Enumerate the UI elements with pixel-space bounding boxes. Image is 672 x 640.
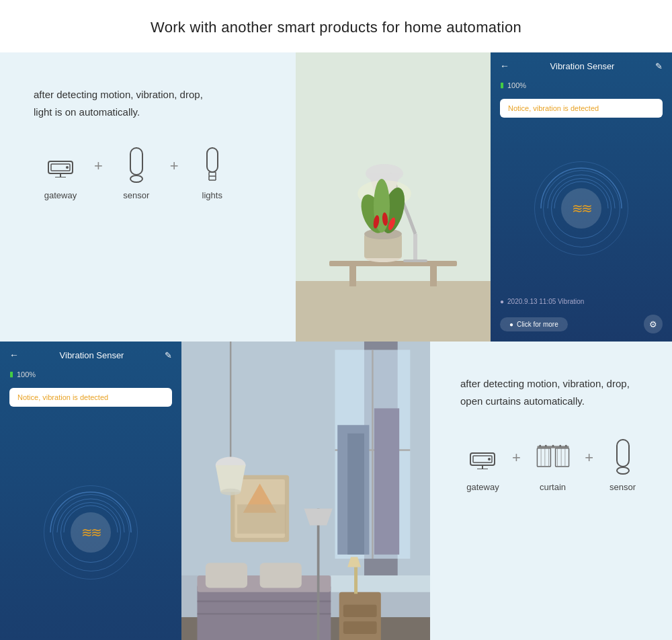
bottom-right-panel: after detecting motion, vibration, drop,… <box>430 342 672 640</box>
svg-point-59 <box>220 489 241 495</box>
plus-4: + <box>585 449 593 467</box>
svg-rect-18 <box>430 266 437 286</box>
top-room-image <box>296 52 491 342</box>
device-sensor: sensor <box>110 145 163 200</box>
battery-row-bottom: ▮ 100% <box>0 366 181 383</box>
alert-box-bottom: Notice, vibration is detected <box>9 388 172 407</box>
svg-point-66 <box>488 458 491 461</box>
curtain-label: curtain <box>540 482 566 492</box>
edit-icon-top[interactable]: ✎ <box>655 61 663 71</box>
bottom-section: ← Vibration Senser ✎ ▮ 100% Notice, vibr… <box>0 342 672 640</box>
battery-text-top: 100% <box>507 81 526 89</box>
svg-rect-17 <box>349 266 356 286</box>
top-description: after detecting motion, vibration, drop,… <box>34 86 269 120</box>
device-lights: lights <box>185 145 239 200</box>
dot-top: ● <box>500 298 504 305</box>
top-device-row: gateway + sensor + <box>34 145 269 200</box>
vibration-icon-bottom: ≋≋ <box>71 512 111 553</box>
app-header-bottom: ← Vibration Senser ✎ <box>0 342 181 366</box>
top-section: after detecting motion, vibration, drop,… <box>0 52 672 342</box>
svg-rect-0 <box>48 161 73 173</box>
svg-rect-14 <box>296 281 491 342</box>
top-right-app: ← Vibration Senser ✎ ▮ 100% Notice, vibr… <box>491 52 672 342</box>
battery-text-bottom: 100% <box>17 370 36 378</box>
svg-rect-16 <box>329 261 457 266</box>
gateway-label: gateway <box>44 190 77 200</box>
app-title-top: Vibration Senser <box>550 61 615 71</box>
plus-1: + <box>94 157 103 175</box>
sensor-icon-bot <box>606 436 640 477</box>
sensor-label-bot: sensor <box>610 482 636 492</box>
wave-circles-top: ≋≋ <box>534 161 628 255</box>
zigzag-top: ≋≋ <box>572 200 591 216</box>
svg-rect-52 <box>354 567 358 594</box>
svg-rect-5 <box>130 148 142 175</box>
lights-icon <box>196 145 229 185</box>
svg-point-76 <box>539 445 541 447</box>
back-icon-bottom[interactable]: ← <box>9 350 19 360</box>
zigzag-bottom: ≋≋ <box>81 524 100 541</box>
svg-rect-45 <box>206 563 247 588</box>
svg-rect-47 <box>197 600 331 602</box>
vibration-visual-top: ≋≋ <box>491 123 672 294</box>
svg-point-82 <box>617 467 629 474</box>
sensor-icon <box>120 145 153 185</box>
curtain-icon <box>536 436 570 477</box>
gear-btn-top[interactable]: ⚙ <box>644 315 663 333</box>
vibration-icon-top: ≋≋ <box>561 188 601 229</box>
battery-row-top: ▮ 100% <box>491 77 672 93</box>
bottom-room-image <box>181 342 430 640</box>
svg-point-6 <box>130 175 142 182</box>
click-more-btn-top[interactable]: ● Click for more <box>500 317 568 331</box>
vibration-visual-bottom: ≋≋ <box>0 412 181 640</box>
plus-2: + <box>170 157 179 175</box>
svg-rect-42 <box>347 434 364 555</box>
bottom-description: after detecting motion, vibration, drop,… <box>460 375 645 409</box>
svg-rect-48 <box>197 613 331 614</box>
svg-point-4 <box>66 166 69 169</box>
wave-circles-bottom: ≋≋ <box>44 485 138 579</box>
circle-icon-top: ● <box>509 321 513 328</box>
device-gateway-bot: gateway <box>460 436 505 492</box>
svg-rect-51 <box>343 621 377 634</box>
gateway-label-bot: gateway <box>466 482 499 492</box>
svg-point-79 <box>559 445 561 447</box>
app-title-bottom: Vibration Senser <box>60 350 124 360</box>
svg-point-80 <box>564 445 566 447</box>
back-icon-top[interactable]: ← <box>500 61 509 71</box>
device-curtain: curtain <box>528 436 578 492</box>
gateway-icon-bot <box>466 436 499 477</box>
svg-rect-46 <box>260 563 302 588</box>
device-sensor-bot: sensor <box>600 436 645 492</box>
edit-icon-bottom[interactable]: ✎ <box>165 350 172 360</box>
svg-rect-81 <box>617 440 629 467</box>
svg-rect-20 <box>403 259 427 262</box>
alert-box-top: Notice, vibration is detected <box>500 99 663 118</box>
svg-rect-8 <box>207 148 218 172</box>
svg-rect-56 <box>237 504 286 533</box>
svg-point-78 <box>552 445 554 447</box>
battery-icon-bottom: ▮ <box>9 370 13 378</box>
timestamp-top: ● 2020.9.13 11:05 Vibration <box>491 294 672 309</box>
bottom-left-app: ← Vibration Senser ✎ ▮ 100% Notice, vibr… <box>0 342 181 640</box>
plus-3: + <box>512 449 521 467</box>
sensor-label: sensor <box>123 190 149 200</box>
top-left-panel: after detecting motion, vibration, drop,… <box>0 52 296 342</box>
app-ui-top: ← Vibration Senser ✎ ▮ 100% Notice, vibr… <box>491 52 672 342</box>
app-header-top: ← Vibration Senser ✎ <box>491 52 672 77</box>
svg-rect-62 <box>470 453 495 465</box>
bottom-device-row: gateway + <box>460 436 645 492</box>
svg-rect-43 <box>197 584 331 640</box>
lights-label: lights <box>202 190 222 200</box>
svg-rect-41 <box>374 408 399 554</box>
gateway-icon <box>44 145 77 185</box>
svg-rect-19 <box>413 234 417 262</box>
battery-icon-top: ▮ <box>500 81 504 89</box>
svg-rect-50 <box>343 604 377 617</box>
svg-point-77 <box>544 445 546 447</box>
app-footer-top[interactable]: ● Click for more ⚙ <box>491 309 672 342</box>
app-ui-bottom: ← Vibration Senser ✎ ▮ 100% Notice, vibr… <box>0 342 181 640</box>
page-title: Work with another smart products for hom… <box>0 0 672 52</box>
device-gateway: gateway <box>34 145 87 200</box>
